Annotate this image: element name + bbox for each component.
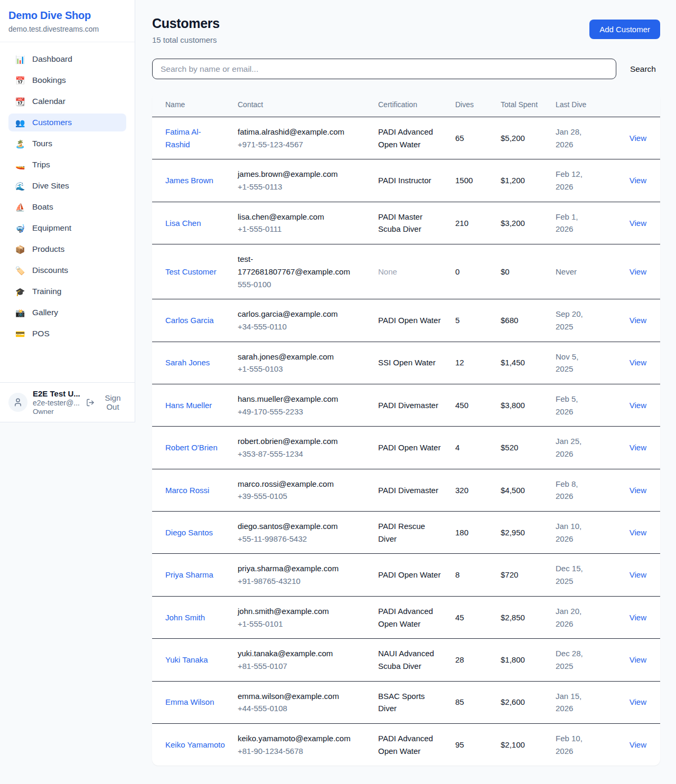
sidebar-item-dive-sites[interactable]: 🌊 Dive Sites [8, 177, 126, 195]
column-header-contact: Contact [231, 93, 372, 117]
table-row: Sarah Jones sarah.jones@example.com +1-5… [152, 342, 660, 384]
customer-email: lisa.chen@example.com [238, 211, 365, 223]
customer-phone: +81-555-0107 [238, 660, 365, 673]
search-button[interactable]: Search [616, 64, 660, 74]
customer-last-dive: Dec 28, 2025 [549, 639, 602, 681]
sidebar-item-discounts[interactable]: 🏷️ Discounts [8, 261, 126, 279]
customer-name-link[interactable]: Lisa Chen [165, 219, 201, 228]
customer-last-dive: Jan 10, 2026 [549, 512, 602, 554]
customer-phone: +44-555-0108 [238, 702, 365, 715]
customer-certification: PADI Divemaster [372, 469, 449, 511]
customer-contact: carlos.garcia@example.com +34-555-0110 [231, 299, 372, 342]
boats-icon: ⛵ [15, 203, 25, 211]
customer-email: emma.wilson@example.com [238, 690, 365, 703]
view-customer-link[interactable]: View [630, 486, 646, 495]
sidebar-item-gallery[interactable]: 📸 Gallery [8, 304, 126, 322]
tours-icon: 🏝️ [15, 140, 25, 148]
user-icon [13, 398, 23, 407]
sidebar-item-products[interactable]: 📦 Products [8, 240, 126, 258]
sidebar-item-boats[interactable]: ⛵ Boats [8, 198, 126, 216]
sidebar-item-tours[interactable]: 🏝️ Tours [8, 135, 126, 153]
sidebar-item-bookings[interactable]: 📅 Bookings [8, 71, 126, 89]
sidebar-item-pos[interactable]: 💳 POS [8, 325, 126, 343]
view-customer-link[interactable]: View [630, 176, 646, 185]
customer-certification: PADI Open Water [372, 554, 449, 596]
view-customer-link[interactable]: View [630, 528, 646, 537]
customer-contact: test-1772681807767@example.com 555-0100 [231, 244, 372, 299]
view-customer-link[interactable]: View [630, 134, 646, 143]
view-customer-link[interactable]: View [630, 316, 646, 325]
customer-certification: PADI Master Scuba Diver [372, 202, 449, 244]
customer-last-dive: Feb 5, 2026 [549, 384, 602, 426]
view-customer-link[interactable]: View [630, 219, 646, 228]
sign-out-button[interactable]: Sign Out [86, 393, 127, 411]
user-role: Owner [33, 408, 81, 415]
customer-name-link[interactable]: Diego Santos [165, 528, 213, 537]
customer-total-spent: $2,100 [494, 723, 549, 766]
customer-name-link[interactable]: Marco Rossi [165, 486, 209, 495]
view-customer-link[interactable]: View [630, 740, 646, 749]
customer-name-link[interactable]: John Smith [165, 613, 205, 622]
sidebar: Demo Dive Shop demo.test.divestreams.com… [0, 0, 135, 422]
customer-name-link[interactable]: Carlos Garcia [165, 316, 214, 325]
customer-name-link[interactable]: Hans Mueller [165, 401, 212, 410]
customer-certification: SSI Open Water [372, 342, 449, 384]
view-customer-link[interactable]: View [630, 267, 646, 276]
sidebar-item-calendar[interactable]: 📆 Calendar [8, 92, 126, 110]
customer-name-link[interactable]: Fatima Al-Rashid [165, 127, 201, 149]
customer-phone: 555-0100 [238, 278, 365, 291]
search-row: Search [152, 59, 660, 79]
customer-last-dive: Feb 10, 2026 [549, 723, 602, 766]
sidebar-item-dashboard[interactable]: 📊 Dashboard [8, 50, 126, 68]
customer-total-spent: $4,500 [494, 469, 549, 511]
customer-name-link[interactable]: Emma Wilson [165, 697, 214, 706]
table-row: Carlos Garcia carlos.garcia@example.com … [152, 299, 660, 342]
customer-certification: PADI Rescue Diver [372, 512, 449, 554]
view-customer-link[interactable]: View [630, 443, 646, 452]
customer-certification: PADI Instructor [372, 159, 449, 202]
customer-name-link[interactable]: Sarah Jones [165, 358, 210, 367]
customer-dives: 450 [449, 384, 494, 426]
sidebar-item-customers[interactable]: 👥 Customers [8, 114, 126, 131]
customer-name-link[interactable]: James Brown [165, 176, 213, 185]
table-row: Marco Rossi marco.rossi@example.com +39-… [152, 469, 660, 511]
sidebar-item-equipment[interactable]: 🤿 Equipment [8, 219, 126, 237]
customer-name-link[interactable]: Yuki Tanaka [165, 655, 208, 664]
sidebar-item-trips[interactable]: 🚤 Trips [8, 156, 126, 174]
view-customer-link[interactable]: View [630, 697, 646, 706]
add-customer-button[interactable]: Add Customer [589, 20, 660, 39]
view-customer-link[interactable]: View [630, 570, 646, 579]
customer-name-link[interactable]: Test Customer [165, 267, 217, 276]
customer-total-spent: $2,950 [494, 512, 549, 554]
column-header-certification: Certification [372, 93, 449, 117]
customer-certification: PADI Divemaster [372, 384, 449, 426]
customer-dives: 8 [449, 554, 494, 596]
view-customer-link[interactable]: View [630, 358, 646, 367]
table-row: Lisa Chen lisa.chen@example.com +1-555-0… [152, 202, 660, 244]
customer-name-link[interactable]: Priya Sharma [165, 570, 213, 579]
customer-contact: james.brown@example.com +1-555-0113 [231, 159, 372, 202]
customer-dives: 65 [449, 117, 494, 159]
column-header-total-spent: Total Spent [494, 93, 549, 117]
customer-last-dive: Dec 15, 2025 [549, 554, 602, 596]
customer-total-spent: $1,450 [494, 342, 549, 384]
customer-dives: 12 [449, 342, 494, 384]
customer-total-spent: $2,600 [494, 681, 549, 723]
view-customer-link[interactable]: View [630, 401, 646, 410]
table-row: Yuki Tanaka yuki.tanaka@example.com +81-… [152, 639, 660, 681]
customer-contact: yuki.tanaka@example.com +81-555-0107 [231, 639, 372, 681]
customer-contact: diego.santos@example.com +55-11-99876-54… [231, 512, 372, 554]
customer-name-link[interactable]: Keiko Yamamoto [165, 740, 225, 749]
column-header-name: Name [152, 93, 231, 117]
customer-dives: 320 [449, 469, 494, 511]
customer-phone: +1-555-0101 [238, 618, 365, 630]
customer-name-link[interactable]: Robert O'Brien [165, 443, 218, 452]
customer-dives: 95 [449, 723, 494, 766]
customer-email: robert.obrien@example.com [238, 435, 365, 448]
sidebar-item-training[interactable]: 🎓 Training [8, 282, 126, 300]
view-customer-link[interactable]: View [630, 613, 646, 622]
view-customer-link[interactable]: View [630, 655, 646, 664]
search-input[interactable] [152, 59, 616, 79]
customer-email: john.smith@example.com [238, 605, 365, 618]
customer-last-dive: Nov 5, 2025 [549, 342, 602, 384]
